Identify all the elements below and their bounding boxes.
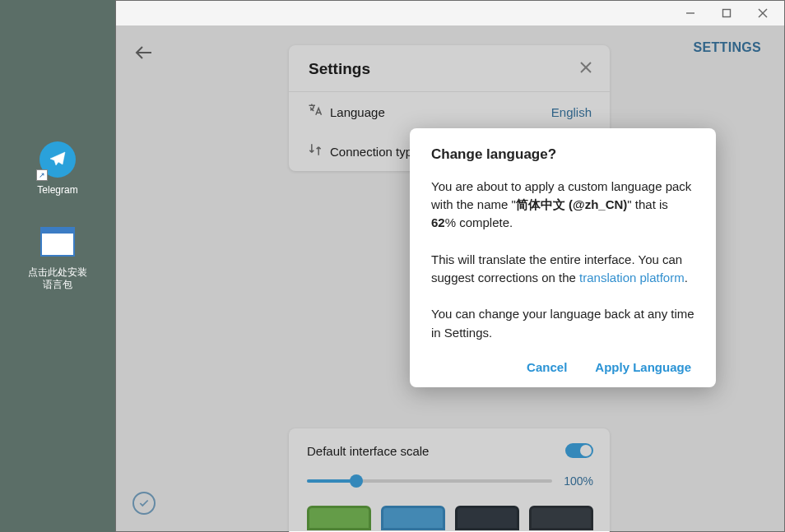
titlebar — [116, 1, 784, 25]
row-value: English — [551, 105, 592, 119]
dialog-body: You are about to apply a custom language… — [431, 178, 696, 342]
theme-swatch[interactable] — [307, 506, 371, 530]
dialog-text: . — [685, 271, 688, 285]
row-label: Language — [330, 105, 551, 119]
dialog-percent: 62 — [431, 215, 445, 229]
back-button[interactable] — [134, 45, 154, 63]
dialog-title: Change language? — [431, 146, 696, 163]
desktop-icon-label: Telegram — [37, 184, 77, 197]
panel-close-button[interactable] — [578, 60, 593, 78]
desktop-icon-langpack[interactable]: 点击此处安装 语言包 — [0, 222, 115, 292]
telegram-icon: ↗ — [38, 140, 77, 179]
dialog-text: " that is — [627, 197, 668, 211]
verified-badge-icon — [132, 492, 156, 515]
theme-swatch[interactable] — [381, 506, 445, 530]
panel-title: Settings — [309, 60, 370, 78]
file-icon — [38, 222, 77, 261]
desktop-background: ↗ Telegram 点击此处安装 语言包 — [0, 0, 115, 532]
desktop-icon-label: 点击此处安装 语言包 — [28, 266, 87, 292]
connection-icon — [307, 141, 330, 161]
settings-row-language[interactable]: Language English — [289, 92, 610, 132]
maximize-button[interactable] — [708, 2, 745, 25]
translation-platform-link[interactable]: translation platform — [579, 271, 685, 285]
apply-language-button[interactable]: Apply Language — [595, 360, 691, 374]
dialog-lang-name: 简体中文 (@zh_CN) — [516, 197, 627, 211]
minimize-button[interactable] — [672, 2, 708, 25]
app-window: SETTINGS Settings Language English Conne — [115, 0, 785, 532]
dialog-text: You can change your language back at any… — [431, 305, 696, 341]
scale-toggle[interactable] — [565, 443, 593, 458]
svg-rect-1 — [723, 10, 731, 17]
theme-swatches — [307, 506, 593, 530]
dialog-text: % complete. — [445, 215, 513, 229]
theme-swatch[interactable] — [455, 506, 519, 530]
header-settings-link[interactable]: SETTINGS — [694, 40, 761, 55]
scale-label: Default interface scale — [307, 444, 429, 458]
change-language-dialog: Change language? You are about to apply … — [410, 128, 716, 387]
close-button[interactable] — [745, 2, 781, 25]
scale-slider[interactable] — [307, 479, 552, 483]
scale-value: 100% — [564, 474, 593, 488]
shortcut-arrow-icon: ↗ — [36, 169, 48, 181]
desktop-icon-telegram[interactable]: ↗ Telegram — [0, 140, 115, 197]
scale-panel: Default interface scale 100% — [289, 428, 610, 532]
cancel-button[interactable]: Cancel — [527, 360, 567, 374]
translate-icon — [307, 102, 330, 122]
theme-swatch[interactable] — [529, 506, 593, 530]
